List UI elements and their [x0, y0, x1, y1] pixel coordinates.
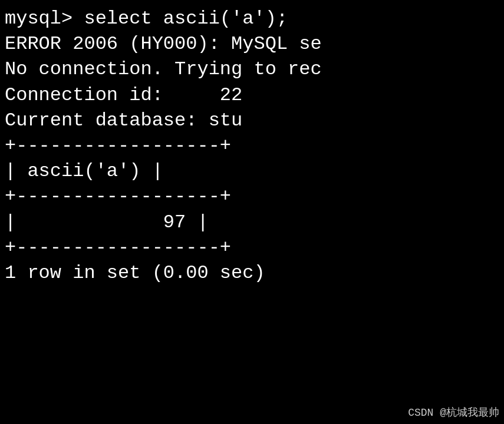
terminal-line-line3: No connection. Trying to rec	[5, 57, 499, 82]
terminal-line-line5: Current database: stu	[5, 108, 499, 133]
watermark: CSDN @杭城我最帅	[408, 405, 499, 419]
terminal-line-line8: | ascii('a') |	[5, 158, 499, 184]
terminal-line-line11: +------------------+	[5, 235, 499, 260]
terminal-window: mysql> select ascii('a');ERROR 2006 (HY0…	[0, 0, 504, 424]
terminal-content: mysql> select ascii('a');ERROR 2006 (HY0…	[5, 6, 499, 286]
terminal-line-line1: mysql> select ascii('a');	[5, 6, 499, 31]
terminal-line-line4: Connection id: 22	[5, 82, 499, 108]
terminal-line-line9: +------------------+	[5, 184, 499, 209]
terminal-line-line10: | 97 |	[5, 210, 499, 235]
terminal-line-line7: +------------------+	[5, 133, 499, 158]
terminal-line-line13: 1 row in set (0.00 sec)	[5, 260, 499, 286]
terminal-line-line2: ERROR 2006 (HY000): MySQL se	[5, 31, 499, 57]
